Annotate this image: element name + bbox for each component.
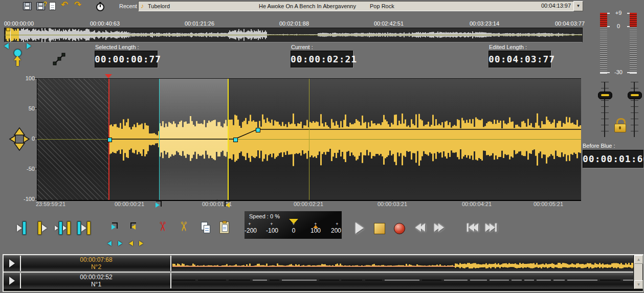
cyan-marker-line[interactable] (159, 79, 160, 200)
speed-slider-panel[interactable]: Speed : 0 % + + + + + -200 -100 0 100 20… (245, 211, 342, 239)
envelope-node[interactable] (256, 128, 260, 132)
rewind-button[interactable] (415, 223, 425, 232)
scroll-down-icon: ▼ (637, 282, 641, 287)
yellow-marker-flag[interactable] (224, 200, 231, 208)
redo-button[interactable]: ↷ (74, 1, 81, 9)
pad-up-button (14, 128, 25, 135)
goto-cyan-marker-button[interactable] (17, 221, 26, 235)
envelope-node[interactable] (107, 138, 112, 142)
audio-editor-window: ? ↶ ↷ Recent Items : ♪ Tubelord He Awoke… (0, 0, 644, 293)
overview-waveform (5, 28, 582, 42)
nudge-yellow-left-button[interactable] (129, 241, 133, 246)
select-between-markers-button[interactable] (55, 221, 71, 235)
skip-to-start-button[interactable] (467, 223, 478, 232)
main-waveform-view[interactable] (37, 78, 581, 201)
set-yellow-marker-button[interactable] (130, 222, 137, 230)
recent-items-combobox[interactable]: ♪ Tubelord He Awoke On A Bench In Aberga… (138, 1, 574, 11)
speed-scale-label: 0 (292, 227, 296, 234)
track-row-2[interactable]: 00:00:07:68 N°2 (4, 255, 633, 272)
edited-length-display: 00:04:03:77 (488, 51, 551, 67)
edited-length-label: Edited Length : (489, 44, 527, 50)
speed-scale-label: 200 (331, 227, 341, 234)
cut-button[interactable]: ✂ (156, 221, 169, 232)
selected-length-label: Selected Length : (95, 44, 139, 50)
x-axis-label: 00:00:03:21 (377, 201, 407, 207)
scrollbar-up-button[interactable]: ▲ (634, 255, 643, 264)
x-axis-label: 23:59:59:21 (36, 201, 65, 207)
copy-button[interactable] (201, 222, 211, 234)
track-list-scrollbar[interactable]: ▲ ▼ (634, 255, 642, 289)
nudge-yellow-right-button[interactable] (139, 241, 143, 246)
x-axis-label: 00:00:04:21 (462, 201, 492, 207)
current-label: Current : (291, 44, 313, 50)
timeline-label: 00:02:01:88 (279, 20, 309, 27)
current-position-line (309, 79, 309, 200)
volume-slider-left-handle[interactable] (598, 92, 612, 99)
x-axis-label: 00:00:05:21 (534, 201, 563, 207)
new-document-button[interactable] (49, 2, 56, 10)
speed-scale-label: -100 (266, 227, 278, 234)
recent-items-dropdown-button[interactable]: ▼ (573, 1, 583, 11)
nudge-cyan-left-button[interactable] (107, 241, 112, 246)
timeline-label: 00:02:42:51 (374, 20, 404, 27)
yellow-marker-line[interactable] (228, 79, 229, 200)
stopwatch-icon (96, 3, 104, 11)
track-2-load-button[interactable] (5, 257, 19, 270)
undo-button[interactable]: ↶ (61, 1, 68, 9)
nudge-cyan-right-button[interactable] (118, 241, 122, 246)
play-between-markers-button[interactable] (77, 221, 91, 235)
track-genre: Pop Rock (370, 3, 394, 9)
fast-forward-button[interactable] (434, 223, 444, 232)
scrollbar-down-button[interactable]: ▼ (634, 280, 643, 289)
save-as-button[interactable]: ? (36, 2, 45, 10)
track-1-name: N°1 (22, 281, 170, 288)
scroll-left-button[interactable] (4, 43, 9, 49)
play-button[interactable] (356, 222, 364, 234)
overview-strip[interactable] (4, 28, 583, 42)
cue-person-button[interactable] (13, 49, 22, 66)
volume-slider-right[interactable] (631, 82, 638, 137)
meter-minus30-label: -30 (608, 69, 629, 75)
scroll-up-icon: ▲ (637, 257, 641, 262)
slider-link-lock-button[interactable] (614, 118, 627, 132)
envelope-node[interactable] (233, 138, 238, 142)
vu-meter-right (630, 13, 637, 75)
current-display: 00:00:02:21 (291, 51, 353, 67)
speed-tick: + (247, 221, 253, 227)
track-1-time: 00:00:02:52 (22, 274, 170, 281)
before-blue-label: Before Blue : (583, 143, 615, 149)
document-icon (49, 2, 56, 10)
chevron-down-icon: ▼ (576, 4, 581, 8)
track-1-load-button[interactable] (5, 274, 19, 287)
timer-button[interactable] (96, 3, 104, 11)
scroll-right-button[interactable] (27, 43, 31, 49)
volume-slider-left[interactable] (601, 82, 609, 137)
track-title: He Awoke On A Bench In Abergavenny (259, 3, 356, 9)
timeline-label: 00:00:00:00 (4, 20, 34, 27)
stop-button[interactable] (374, 223, 385, 234)
speed-handle[interactable] (289, 219, 298, 224)
meter-plus9-label: +9 (608, 10, 629, 16)
overview-cursor[interactable] (10, 28, 11, 42)
cyan-marker-flag[interactable] (155, 200, 162, 208)
waveform-nav-pad[interactable] (8, 126, 31, 152)
envelope-edit-button[interactable] (53, 53, 65, 65)
before-blue-display: 00:00:01:66 (583, 150, 643, 168)
redo-icon: ↷ (74, 0, 81, 10)
skip-to-end-button[interactable] (485, 223, 497, 232)
lock-body (614, 124, 626, 132)
undo-icon: ↶ (61, 0, 68, 10)
volume-slider-right-handle[interactable] (628, 92, 642, 99)
set-cyan-marker-button[interactable] (111, 222, 118, 230)
paste-button[interactable] (219, 221, 229, 234)
trim-button[interactable]: ✂ (177, 221, 190, 232)
selected-length-display: 00:00:00:77 (95, 51, 158, 67)
save-button[interactable] (23, 2, 32, 10)
play-from-yellow-button[interactable] (38, 221, 47, 235)
track-row-1[interactable]: 00:00:02:52 N°1 (4, 273, 633, 289)
speed-tick: + (334, 221, 340, 227)
record-button[interactable] (394, 223, 405, 234)
speed-scale-label: -200 (245, 227, 257, 234)
meter-zero-label: 0 (608, 23, 629, 29)
start-marker-handle[interactable] (105, 74, 112, 78)
